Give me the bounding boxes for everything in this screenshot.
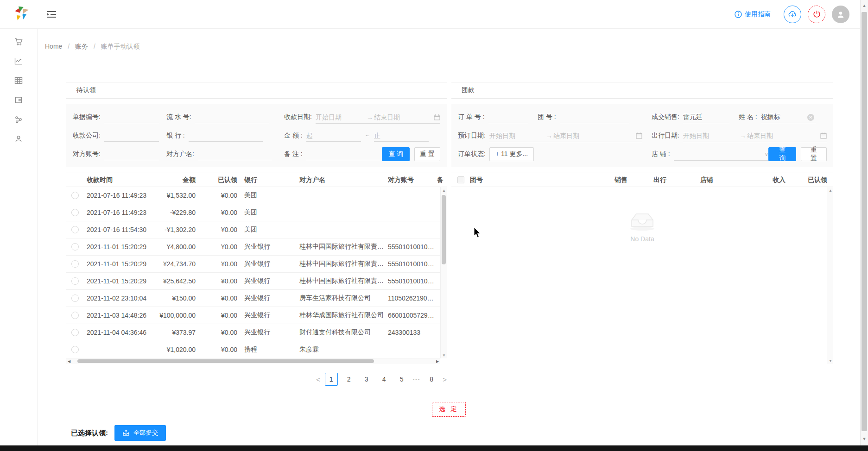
breadcrumb: Home / 账务 / 账单手动认领 <box>45 43 140 51</box>
user-icon[interactable] <box>14 134 23 144</box>
amount-to-input[interactable] <box>374 130 429 142</box>
pending-table-header: 收款时间 金额 已认领 银行 对方户名 对方账号 备 <box>66 173 447 187</box>
wallet-icon[interactable] <box>14 95 23 105</box>
pagination-ellipsis[interactable]: ••• <box>413 377 421 382</box>
order-status-more-tag[interactable]: + 11 更多... <box>489 147 534 161</box>
top-bar: 使用指南 <box>0 0 868 29</box>
nodes-icon[interactable] <box>14 115 23 124</box>
row-radio[interactable] <box>71 226 79 233</box>
usage-guide-label: 使用指南 <box>745 10 771 19</box>
receipt-date-end-input[interactable] <box>374 111 424 123</box>
chevron-down-icon: ∨ <box>765 151 769 157</box>
pending-table-vscrollbar[interactable]: ▲▼ <box>440 187 447 358</box>
book-date-range[interactable]: → <box>489 129 642 142</box>
pagination-prev[interactable]: < <box>316 376 320 383</box>
pagination-page[interactable]: 5 <box>395 373 408 386</box>
group-table-vscrollbar[interactable]: ▲▼ <box>827 187 833 364</box>
order-no-label: 订 单 号 : <box>458 113 485 121</box>
group-no-input[interactable] <box>560 111 629 123</box>
table-row: ¥1,020.00 ¥0.00 携程 朱彦霖 <box>66 341 447 358</box>
submit-all-button[interactable]: 全部提交 <box>114 425 166 441</box>
row-radio[interactable] <box>71 329 79 336</box>
breadcrumb-accounting[interactable]: 账务 <box>75 43 88 50</box>
logout-button[interactable] <box>808 6 825 23</box>
remark-input[interactable] <box>306 148 380 160</box>
remark-label: 备 注 : <box>284 150 303 158</box>
account-name-input[interactable] <box>198 148 272 160</box>
pending-table-hscrollbar[interactable]: ◀▶ <box>66 358 440 364</box>
pagination-page[interactable]: 3 <box>360 373 373 386</box>
calendar-icon <box>820 132 827 139</box>
serial-no-input[interactable] <box>195 111 269 123</box>
document-no-label: 单据编号: <box>73 113 101 121</box>
bank-label: 银 行 : <box>166 132 185 140</box>
table-row: 2021-07-16 11:49:23 -¥229.80 ¥0.00 美团 <box>66 204 447 221</box>
empty-state: No Data <box>451 187 833 243</box>
order-no-input[interactable] <box>488 111 528 123</box>
amount-from-input[interactable] <box>306 130 361 142</box>
pending-panel-title: 待认领 <box>66 82 447 99</box>
selected-claim-label: 已选择认领: <box>71 429 108 438</box>
row-radio[interactable] <box>71 346 79 353</box>
group-panel-title: 团款 <box>451 82 833 99</box>
table-row: 2021-11-02 23:10:04 ¥150.00 ¥0.00 兴业银行 房… <box>66 290 447 307</box>
confirm-select-button[interactable]: 选 定 <box>432 402 465 417</box>
account-input[interactable] <box>104 148 159 160</box>
table-row: 2021-11-01 15:20:29 ¥24,734.70 ¥0.00 兴业银… <box>66 256 447 273</box>
receipt-date-range[interactable]: → <box>316 111 440 124</box>
name-label: 姓 名 : <box>739 113 757 121</box>
row-radio[interactable] <box>71 312 79 319</box>
travel-date-start-input[interactable] <box>683 130 739 142</box>
order-status-label: 订单状态: <box>458 150 486 158</box>
select-all-checkbox[interactable] <box>457 176 464 183</box>
pagination-page[interactable]: 4 <box>378 373 391 386</box>
row-radio[interactable] <box>71 260 79 268</box>
pagination-page[interactable]: 1 <box>325 373 338 386</box>
pending-search-button[interactable]: 查 询 <box>382 147 410 161</box>
pagination: <12345•••8> <box>66 373 447 386</box>
account-label: 对方账号: <box>73 150 101 158</box>
pagination-page[interactable]: 2 <box>342 373 355 386</box>
sales-input[interactable] <box>683 111 729 123</box>
pending-claim-panel: 待认领 单据编号: 流 水 号: 收款日期: → <box>66 82 447 362</box>
row-radio[interactable] <box>71 294 79 302</box>
book-date-start-input[interactable] <box>489 130 545 142</box>
row-radio[interactable] <box>71 277 79 285</box>
group-reset-button[interactable]: 重 置 <box>801 147 827 161</box>
group-payment-panel: 团款 订 单 号 : 团 号 : 成交销售: 姓 名 : <box>451 82 833 362</box>
pending-table-body: 2021-07-16 11:49:23 ¥1,532.00 ¥0.00 美团 2… <box>66 187 447 358</box>
cart-icon[interactable] <box>14 37 23 46</box>
table-row: 2021-11-03 14:48:26 ¥100,000.00 ¥0.00 兴业… <box>66 307 447 324</box>
row-radio[interactable] <box>71 243 79 251</box>
bank-input[interactable] <box>189 130 263 142</box>
main-content: Home / 账务 / 账单手动认领 待认领 单据编号: 流 水 号: 收款日期… <box>38 29 860 445</box>
user-avatar[interactable] <box>832 6 849 23</box>
group-search-button[interactable]: 查 询 <box>768 147 796 161</box>
shop-select[interactable]: ∨ <box>674 148 769 161</box>
travel-date-range[interactable]: → <box>683 129 827 142</box>
grid-icon[interactable] <box>14 76 23 85</box>
usage-guide-link[interactable]: 使用指南 <box>735 10 771 19</box>
book-date-end-input[interactable] <box>553 130 609 142</box>
row-radio[interactable] <box>71 192 79 199</box>
table-row: 2021-11-04 04:36:46 ¥373.97 ¥0.00 兴业银行 财… <box>66 324 447 341</box>
travel-date-end-input[interactable] <box>747 130 803 142</box>
pending-reset-button[interactable]: 重 置 <box>414 147 440 161</box>
line-chart-icon[interactable] <box>14 56 23 66</box>
serial-no-label: 流 水 号: <box>166 113 191 121</box>
page-vscrollbar[interactable]: ▲▼ <box>860 0 868 445</box>
clear-name-icon[interactable]: ✕ <box>807 114 814 121</box>
company-input[interactable] <box>104 130 159 142</box>
table-row: 2021-11-01 15:20:29 ¥4,800.00 ¥0.00 兴业银行… <box>66 238 447 256</box>
pagination-next[interactable]: > <box>443 376 447 383</box>
document-no-input[interactable] <box>104 111 159 123</box>
breadcrumb-home[interactable]: Home <box>45 43 62 50</box>
menu-fold-icon[interactable] <box>46 10 57 19</box>
book-date-label: 预订日期: <box>458 132 486 140</box>
cloud-download-button[interactable] <box>784 6 801 23</box>
row-radio[interactable] <box>71 209 79 216</box>
pagination-page[interactable]: 8 <box>425 373 438 386</box>
group-table-header: 团号 销售 出行 店铺 收入 已认领 <box>451 173 833 187</box>
receipt-date-start-input[interactable] <box>316 111 366 123</box>
receipt-date-label: 收款日期: <box>284 113 312 121</box>
